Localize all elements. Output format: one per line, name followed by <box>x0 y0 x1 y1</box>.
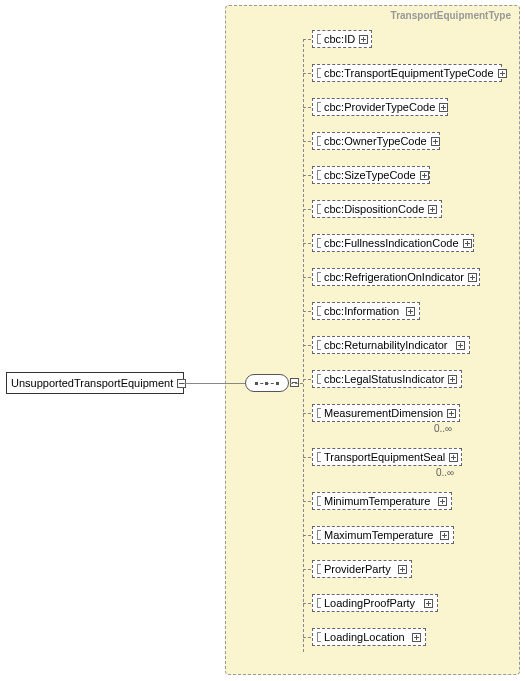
child-label: ProviderParty <box>324 563 394 575</box>
expand-icon[interactable] <box>439 103 448 112</box>
child-element[interactable]: cbc:ID <box>312 30 372 48</box>
expand-icon[interactable] <box>420 171 429 180</box>
expand-icon[interactable] <box>448 375 457 384</box>
connector-stub <box>290 383 303 384</box>
branch-line <box>303 73 311 74</box>
expand-icon[interactable] <box>468 273 477 282</box>
child-label: cbc:ID <box>324 33 355 45</box>
child-element[interactable]: ProviderParty <box>312 560 412 578</box>
child-label: LoadingProofParty <box>324 597 420 609</box>
sequence-compositor[interactable] <box>245 374 289 392</box>
connector-tick-icon <box>317 374 321 384</box>
child-label: cbc:DispositionCode <box>324 203 424 215</box>
child-label: MeasurementDimension <box>324 407 443 419</box>
child-label: cbc:RefrigerationOnIndicator <box>324 271 464 283</box>
child-label: cbc:TransportEquipmentTypeCode <box>324 67 494 79</box>
branch-line <box>303 637 311 638</box>
branch-line <box>303 107 311 108</box>
child-element[interactable]: cbc:FullnessIndicationCode <box>312 234 474 252</box>
child-element[interactable]: MaximumTemperature <box>312 526 454 544</box>
child-element[interactable]: LoadingLocation <box>312 628 426 646</box>
expand-icon[interactable] <box>447 409 456 418</box>
expand-icon[interactable] <box>456 341 465 350</box>
connector-tick-icon <box>317 340 321 350</box>
branch-line <box>303 501 311 502</box>
expand-icon[interactable] <box>398 565 407 574</box>
occurrence-label: 0..∞ <box>434 423 452 434</box>
child-element[interactable]: cbc:TransportEquipmentTypeCode <box>312 64 502 82</box>
child-label: MinimumTemperature <box>324 495 434 507</box>
branch-line <box>303 345 311 346</box>
connector-tick-icon <box>317 34 321 44</box>
branch-line <box>303 379 311 380</box>
branch-line <box>303 457 311 458</box>
connector-tick-icon <box>317 452 321 462</box>
branch-line <box>303 141 311 142</box>
expand-icon[interactable] <box>498 69 507 78</box>
expand-icon[interactable] <box>431 137 440 146</box>
child-element[interactable]: MeasurementDimension <box>312 404 460 422</box>
child-label: cbc:ReturnabilityIndicator <box>324 339 452 351</box>
child-element[interactable]: cbc:SizeTypeCode <box>312 166 430 184</box>
child-element[interactable]: LoadingProofParty <box>312 594 438 612</box>
child-label: cbc:OwnerTypeCode <box>324 135 427 147</box>
connector-tick-icon <box>317 238 321 248</box>
branch-line <box>303 175 311 176</box>
child-element[interactable]: TransportEquipmentSeal <box>312 448 462 466</box>
child-element[interactable]: cbc:RefrigerationOnIndicator <box>312 268 480 286</box>
expand-icon[interactable] <box>440 531 449 540</box>
child-element[interactable]: cbc:ReturnabilityIndicator <box>312 336 470 354</box>
connector-tick-icon <box>317 632 321 642</box>
branch-line <box>303 535 311 536</box>
connector-line <box>184 383 245 384</box>
branch-line <box>303 413 311 414</box>
branch-line <box>303 243 311 244</box>
child-label: cbc:LegalStatusIndicator <box>324 373 444 385</box>
expand-icon[interactable] <box>438 497 447 506</box>
expand-icon[interactable] <box>359 35 368 44</box>
child-label: cbc:SizeTypeCode <box>324 169 416 181</box>
type-name-label: TransportEquipmentType <box>391 10 511 21</box>
expand-icon[interactable] <box>424 599 433 608</box>
branch-line <box>303 39 311 40</box>
connector-tick-icon <box>317 496 321 506</box>
root-label: UnsupportedTransportEquipment <box>11 377 173 389</box>
child-label: cbc:ProviderTypeCode <box>324 101 435 113</box>
branch-line <box>303 209 311 210</box>
connector-tick-icon <box>317 204 321 214</box>
root-element[interactable]: UnsupportedTransportEquipment <box>6 372 184 394</box>
expand-icon[interactable] <box>428 205 437 214</box>
child-label: MaximumTemperature <box>324 529 436 541</box>
child-element[interactable]: cbc:ProviderTypeCode <box>312 98 448 116</box>
child-label: TransportEquipmentSeal <box>324 451 445 463</box>
child-label: cbc:Information <box>324 305 402 317</box>
child-element[interactable]: cbc:LegalStatusIndicator <box>312 370 462 388</box>
child-element[interactable]: cbc:OwnerTypeCode <box>312 132 440 150</box>
expand-icon[interactable] <box>449 453 458 462</box>
connector-tick-icon <box>317 530 321 540</box>
connector-tick-icon <box>317 564 321 574</box>
connector-tick-icon <box>317 136 321 146</box>
connector-tick-icon <box>317 598 321 608</box>
branch-line <box>303 277 311 278</box>
connector-tick-icon <box>317 102 321 112</box>
connector-tick-icon <box>317 408 321 418</box>
connector-tick-icon <box>317 170 321 180</box>
branch-line <box>303 603 311 604</box>
child-label: cbc:FullnessIndicationCode <box>324 237 459 249</box>
branch-line <box>303 569 311 570</box>
occurrence-label: 0..∞ <box>436 467 454 478</box>
expand-icon[interactable] <box>412 633 421 642</box>
branch-line <box>303 311 311 312</box>
connector-tick-icon <box>317 68 321 78</box>
child-element[interactable]: cbc:DispositionCode <box>312 200 442 218</box>
connector-tick-icon <box>317 306 321 316</box>
connector-tick-icon <box>317 272 321 282</box>
child-element[interactable]: cbc:Information <box>312 302 420 320</box>
child-label: LoadingLocation <box>324 631 408 643</box>
expand-icon[interactable] <box>406 307 415 316</box>
expand-icon[interactable] <box>463 239 472 248</box>
child-element[interactable]: MinimumTemperature <box>312 492 452 510</box>
